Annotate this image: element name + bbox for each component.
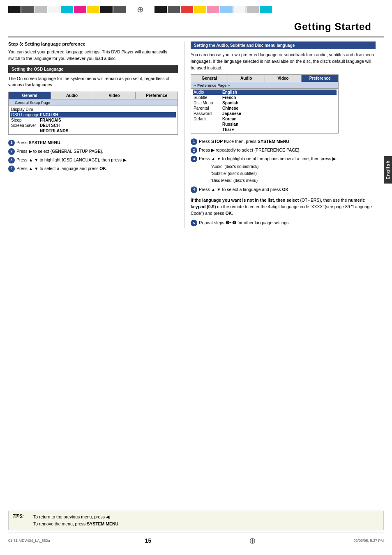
tab-audio: Audio <box>51 92 93 99</box>
step-3: 3 Press ▲ ▼ to highlight {OSD LANGUAGE},… <box>8 157 178 164</box>
bar-seg <box>154 6 167 13</box>
tips-bar: TIPS: To return to the previous menu, pr… <box>8 511 384 530</box>
page-title-area: Getting Started <box>8 19 384 37</box>
menu-row-sleep: Sleep FRANÇAIS <box>10 117 176 123</box>
step-num-2: 2 <box>8 148 15 155</box>
preference-menu-table: General Audio Video Preference -- Prefer… <box>191 74 339 134</box>
osd-menu-table: General Audio Video Preference -- Genera… <box>8 92 178 135</box>
left-steps: 1 Press SYSTEM MENU. 2 Press ▶ to select… <box>8 140 178 172</box>
osd-section-header: Setting the OSD Language <box>8 65 178 73</box>
r-step-5: 5 Repeat steps ❸~❹ for other language se… <box>191 220 376 226</box>
r-step-2-text: Press ▶ repeatedly to select {PREFERENCE… <box>199 147 376 154</box>
tab-video-r: Video <box>265 75 302 82</box>
step3-header: Step 3: Setting language preference <box>8 41 178 46</box>
step-2: 2 Press ▶ to select {GENERAL SETUP PAGE}… <box>8 148 178 155</box>
pref-row-discmenu: Disc Menu Spanish <box>193 100 337 106</box>
menu-row-dutch: NEDERLANDS <box>10 128 176 134</box>
top-color-bars: ⊕ <box>0 0 392 19</box>
page-number: 15 <box>145 537 152 544</box>
step3-body: You can select your preferred language s… <box>8 49 178 62</box>
pref-subheader: -- Preference Page -- <box>191 82 338 89</box>
bar-seg <box>194 6 206 13</box>
tips-label: TIPS: <box>13 514 29 518</box>
language-note: If the language you want is not in the l… <box>191 197 376 216</box>
step-num-4: 4 <box>8 166 15 172</box>
r-step-3: 3 Press ▲ ▼ to highlight one of the opti… <box>191 156 376 184</box>
pref-row-thai: Thai ▾ <box>193 127 337 132</box>
bar-seg <box>100 6 113 13</box>
pref-body: Audio English Subtitle French Disc Menu … <box>191 89 338 133</box>
bar-seg <box>8 6 21 13</box>
bottom-right: 02/03/05, 5:27 PM <box>353 539 384 543</box>
bar-seg <box>61 6 73 13</box>
r-step-num-3: 3 <box>191 156 197 162</box>
pref-row-password: Password Japanese <box>193 111 337 116</box>
bar-seg <box>233 6 246 13</box>
bar-seg <box>168 6 180 13</box>
compass-icon: ⊕ <box>134 3 146 16</box>
menu-row-displaydim: Display Dim <box>10 107 176 112</box>
osd-body: The On-screen language for the system me… <box>8 76 178 89</box>
tab-video: Video <box>93 92 136 99</box>
step-2-text: Press ▶ to select {GENERAL SETUP PAGE}. <box>16 148 178 155</box>
step-num-1: 1 <box>8 140 15 146</box>
bar-seg <box>87 6 99 13</box>
bar-seg <box>247 6 259 13</box>
menu-subheader: -- General Setup Page -- <box>9 99 178 106</box>
tab-preference: Preference <box>136 92 178 99</box>
menu-row-screensaver: Screen Saver DEUTSCH <box>10 123 176 128</box>
tab-general-r: General <box>191 75 228 82</box>
audio-section-header: Setting the Audio, Subtitle and Disc men… <box>191 41 376 49</box>
r-step-num-5: 5 <box>191 220 197 226</box>
tips-line1: To return to the previous menu, press ◀. <box>33 514 111 519</box>
bullet-discmenu: 'Disc Menu' (disc's menu) <box>207 177 376 184</box>
bar-seg <box>74 6 86 13</box>
pref-menu-tabs: General Audio Video Preference <box>191 75 338 82</box>
r-step-num-1: 1 <box>191 138 197 145</box>
bar-seg <box>181 6 193 13</box>
tab-preference-r: Preference <box>302 75 338 82</box>
main-content: Step 3: Setting language preference You … <box>0 37 384 233</box>
pref-row-audio: Audio English <box>193 90 337 95</box>
r-step-1: 1 Press STOP twice then, press SYSTEM ME… <box>191 138 376 145</box>
bullet-audio: 'Audio' (disc's soundtrack) <box>207 164 376 170</box>
step-1-text: Press SYSTEM MENU. <box>16 140 178 146</box>
step-3-text: Press ▲ ▼ to highlight {OSD LANGUAGE}, t… <box>16 157 178 164</box>
bar-seg <box>48 6 60 13</box>
bar-seg <box>21 6 34 13</box>
tips-content: To return to the previous menu, press ◀.… <box>33 514 120 527</box>
bar-seg <box>207 6 219 13</box>
pref-row-russian: Russian <box>193 122 337 127</box>
bottom-compass: ⊕ <box>246 534 258 547</box>
r-step-4: 4 Press ▲ ▼ to select a language and pre… <box>191 187 376 193</box>
pref-row-parental: Parental Chinese <box>193 106 337 111</box>
right-color-bar <box>154 6 272 13</box>
left-color-bar <box>8 6 126 13</box>
left-column: Step 3: Setting language preference You … <box>8 41 184 228</box>
step-4-text: Press ▲ ▼ to select a language and press… <box>16 166 178 172</box>
language-tab: English <box>384 156 392 184</box>
step3-bullets: 'Audio' (disc's soundtrack) 'Subtitle' (… <box>207 164 376 184</box>
bottom-left: 01-31 MDV434_LA_552a <box>8 539 50 543</box>
r-step-num-4: 4 <box>191 187 197 193</box>
step-4: 4 Press ▲ ▼ to select a language and pre… <box>8 166 178 172</box>
right-steps: 1 Press STOP twice then, press SYSTEM ME… <box>191 138 376 193</box>
bar-seg <box>260 6 272 13</box>
bottom-bar: 01-31 MDV434_LA_552a 15 ⊕ 02/03/05, 5:27… <box>8 532 384 547</box>
menu-body: Display Dim OSD Language ENGLISH Sleep F… <box>9 106 178 134</box>
page-title: Getting Started <box>294 21 371 32</box>
r-step-1-text: Press STOP twice then, press SYSTEM MENU… <box>199 138 376 145</box>
r-step-4-text: Press ▲ ▼ to select a language and press… <box>199 187 376 193</box>
r-step-num-2: 2 <box>191 147 197 154</box>
tab-general: General <box>9 92 51 99</box>
right-column: Setting the Audio, Subtitle and Disc men… <box>184 41 376 228</box>
r-step-2: 2 Press ▶ repeatedly to select {PREFEREN… <box>191 147 376 154</box>
pref-row-subtitle: Subtitle French <box>193 95 337 100</box>
r-step-3-text: Press ▲ ▼ to highlight one of the option… <box>199 156 376 184</box>
bullet-subtitle: 'Subtitle' (disc's subtitles) <box>207 170 376 177</box>
menu-row-osd: OSD Language ENGLISH <box>10 112 176 117</box>
r-step-5-text: Repeat steps ❸~❹ for other language sett… <box>199 220 376 226</box>
bar-seg <box>113 6 126 13</box>
bar-seg <box>35 6 47 13</box>
pref-row-default: Default Korean <box>193 116 337 122</box>
